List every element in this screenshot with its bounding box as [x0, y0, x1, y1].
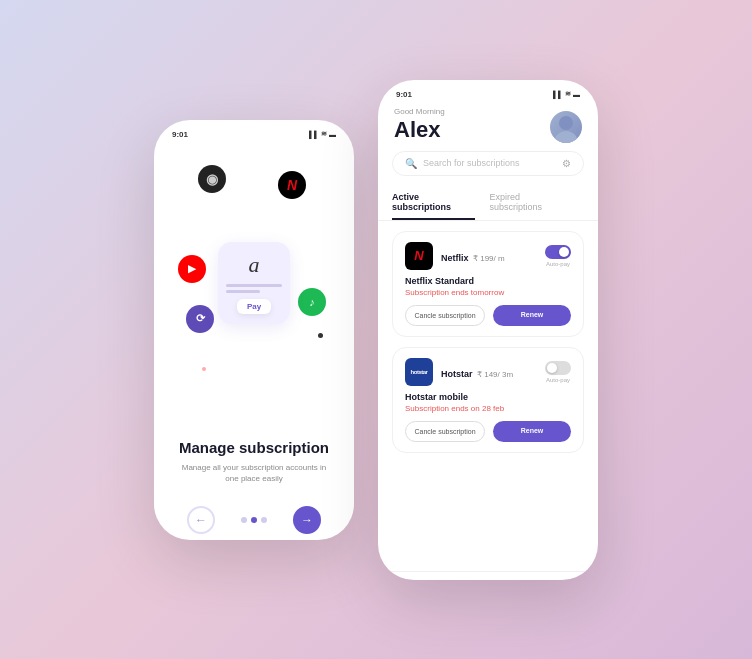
card-line-2: [226, 290, 260, 293]
subscriptions-list[interactable]: N Netflix ₹ 199/ m Auto-pay Netflix Stan…: [378, 231, 598, 571]
right-phone: 9:01 ▌▌ ≋ ▬ Good Morning Alex 🔍 Search f…: [378, 80, 598, 580]
hotstar-logo-price: hotstar Hotstar ₹ 149/ 3m: [405, 358, 513, 386]
forward-icon: →: [301, 513, 313, 527]
nav-dot-1: [241, 517, 247, 523]
netflix-card-header: N Netflix ₹ 199/ m Auto-pay: [405, 242, 571, 270]
netflix-logo-price: N Netflix ₹ 199/ m: [405, 242, 505, 270]
search-placeholder: Search for subscriptions: [423, 158, 556, 168]
hotstar-cancel-button[interactable]: Cancle subscription: [405, 421, 485, 442]
tab-expired-subscriptions[interactable]: Expired subscriptions: [489, 186, 570, 220]
youtube-float-icon: ▶: [178, 255, 206, 283]
netflix-actions: Cancle subscription Renew: [405, 305, 571, 326]
hotstar-status: Subscription ends on 28 feb: [405, 404, 571, 413]
card-line-1: [226, 284, 282, 287]
nav-dot-3: [261, 517, 267, 523]
card-lines: [226, 284, 282, 293]
pay-button[interactable]: Pay: [237, 299, 271, 314]
r-signal-icon: ▌▌: [553, 91, 563, 98]
netflix-logo: N: [405, 242, 433, 270]
hotstar-price: ₹ 149/ 3m: [477, 370, 513, 379]
music-icon: ◉: [198, 165, 226, 193]
left-status-icons: ▌▌ ≋ ▬: [309, 130, 336, 139]
filter-icon: ⚙: [562, 158, 571, 169]
wifi-icon: ≋: [321, 130, 327, 138]
user-name: Alex: [394, 117, 445, 143]
hotstar-toggle-knob: [547, 363, 557, 373]
signal-icon: ▌▌: [309, 131, 319, 138]
netflix-toggle-knob: [559, 247, 569, 257]
left-status-bar: 9:01 ▌▌ ≋ ▬: [154, 120, 354, 143]
tab-active-subscriptions[interactable]: Active subscriptions: [392, 186, 475, 220]
spotify-float-icon: ♪: [298, 288, 326, 316]
netflix-status: Subscription ends tomorrow: [405, 288, 571, 297]
avatar[interactable]: [550, 111, 582, 143]
netflix-info: Netflix ₹ 199/ m: [441, 247, 505, 265]
left-subtitle: Manage all your subscription accounts in…: [174, 462, 334, 484]
r-wifi-icon: ≋: [565, 90, 571, 98]
left-title: Manage subscription: [174, 439, 334, 456]
svg-point-0: [554, 131, 578, 143]
avatar-svg: [550, 111, 582, 143]
right-bottom-nav: ⌂ Home 🔔 ⊕ ▤ 👤: [378, 571, 598, 580]
svg-point-1: [559, 116, 573, 130]
search-icon: 🔍: [405, 158, 417, 169]
tabs-bar: Active subscriptions Expired subscriptio…: [378, 186, 598, 221]
nav-dot-2-active: [251, 517, 257, 523]
hotstar-renew-button[interactable]: Renew: [493, 421, 571, 442]
forward-button[interactable]: →: [293, 506, 321, 534]
netflix-card: N Netflix ₹ 199/ m Auto-pay Netflix Stan…: [392, 231, 584, 337]
amazon-icon: a: [249, 252, 260, 278]
phonepay-float-icon: ⟳: [186, 305, 214, 333]
battery-icon: ▬: [329, 131, 336, 138]
right-phone-header: Good Morning Alex: [378, 103, 598, 151]
hotstar-autopay-toggle[interactable]: [545, 361, 571, 375]
netflix-autopay-toggle[interactable]: [545, 245, 571, 259]
right-status-bar: 9:01 ▌▌ ≋ ▬: [378, 80, 598, 103]
netflix-renew-button[interactable]: Renew: [493, 305, 571, 326]
left-nav-bottom: ← →: [154, 492, 354, 540]
hotstar-autopay-label: Auto-pay: [546, 377, 570, 383]
hotstar-card: hotstar Hotstar ₹ 149/ 3m Auto-pay Hotst…: [392, 347, 584, 453]
hotstar-name: Hotstar: [441, 369, 473, 379]
greeting-block: Good Morning Alex: [394, 107, 445, 143]
netflix-plan: Netflix Standard: [405, 276, 571, 286]
back-button[interactable]: ←: [187, 506, 215, 534]
search-bar[interactable]: 🔍 Search for subscriptions ⚙: [392, 151, 584, 176]
nav-dots: [241, 517, 267, 523]
hotstar-info: Hotstar ₹ 149/ 3m: [441, 363, 513, 381]
netflix-cancel-button[interactable]: Cancle subscription: [405, 305, 485, 326]
left-phone-content: ◉ N ▶ ⟳ ♪ a Pay: [154, 143, 354, 423]
netflix-price: ₹ 199/ m: [473, 254, 505, 263]
left-bottom-text: Manage subscription Manage all your subs…: [154, 423, 354, 484]
left-time: 9:01: [172, 130, 188, 139]
netflix-name: Netflix: [441, 253, 469, 263]
greeting-text: Good Morning: [394, 107, 445, 116]
dot-dark: [318, 333, 323, 338]
right-time: 9:01: [396, 90, 412, 99]
hotstar-toggle-area: Auto-pay: [545, 361, 571, 383]
hotstar-plan: Hotstar mobile: [405, 392, 571, 402]
hotstar-logo: hotstar: [405, 358, 433, 386]
back-icon: ←: [195, 513, 207, 527]
netflix-toggle-area: Auto-pay: [545, 245, 571, 267]
right-status-icons: ▌▌ ≋ ▬: [553, 90, 580, 99]
dot-light-pink: [202, 367, 206, 371]
r-battery-icon: ▬: [573, 91, 580, 98]
hotstar-actions: Cancle subscription Renew: [405, 421, 571, 442]
center-card: a Pay: [218, 242, 290, 324]
netflix-autopay-label: Auto-pay: [546, 261, 570, 267]
netflix-float-icon: N: [278, 171, 306, 199]
hotstar-card-header: hotstar Hotstar ₹ 149/ 3m Auto-pay: [405, 358, 571, 386]
left-phone: 9:01 ▌▌ ≋ ▬ ◉ N ▶ ⟳ ♪ a Pay: [154, 120, 354, 540]
